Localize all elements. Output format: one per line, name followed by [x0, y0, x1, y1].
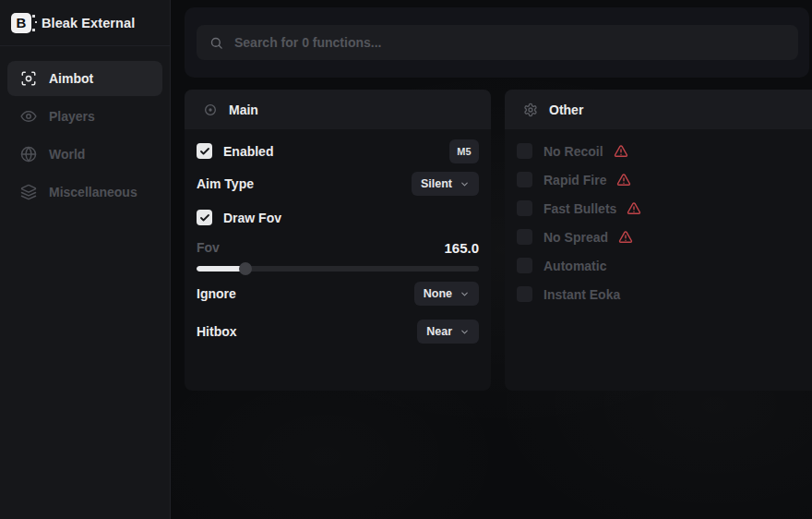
panel-title: Other [549, 103, 583, 117]
sidebar-item-players[interactable]: Players [7, 99, 162, 134]
check-icon [199, 146, 210, 157]
warning-icon [616, 173, 631, 187]
other-item-no-spread: No Spread [517, 223, 800, 251]
chevron-down-icon [460, 289, 470, 299]
fov-slider-row [197, 261, 479, 276]
draw-fov-checkbox[interactable] [197, 210, 212, 225]
sidebar: B Bleak External Aimbot Players World Mi… [0, 0, 171, 519]
other-item-rapid-fire: Rapid Fire [517, 165, 800, 194]
fov-value: 165.0 [444, 240, 479, 256]
fov-slider-handle[interactable] [239, 262, 252, 275]
automatic-checkbox[interactable] [517, 258, 532, 273]
ignore-label: Ignore [197, 286, 236, 301]
sidebar-item-label: World [49, 147, 85, 162]
sidebar-item-miscellaneous[interactable]: Miscellaneous [7, 175, 162, 210]
aim-type-label: Aim Type [197, 176, 254, 191]
enabled-keybind-button[interactable]: M5 [449, 139, 479, 163]
app-window: B Bleak External Aimbot Players World Mi… [0, 0, 812, 519]
rapid-fire-checkbox[interactable] [517, 172, 532, 187]
target-icon [203, 103, 218, 117]
other-item-instant-eoka: Instant Eoka [517, 280, 800, 308]
fast-bullets-label: Fast Bullets [543, 201, 616, 216]
sidebar-item-world[interactable]: World [7, 137, 162, 172]
eye-icon [20, 108, 37, 125]
no-recoil-checkbox[interactable] [517, 143, 532, 159]
panel-main-header: Main [185, 90, 491, 129]
search-icon [209, 36, 223, 50]
app-logo-icon: B [11, 13, 31, 33]
aim-type-dropdown[interactable]: Silent [412, 172, 479, 196]
fov-label: Fov [197, 240, 220, 255]
warning-icon [618, 230, 633, 245]
enabled-label: Enabled [223, 144, 273, 159]
fov-slider[interactable] [197, 261, 479, 276]
rapid-fire-label: Rapid Fire [543, 173, 606, 187]
warning-icon [614, 144, 628, 159]
other-item-automatic: Automatic [517, 251, 800, 280]
enabled-checkbox[interactable] [197, 143, 212, 159]
panel-other: Other No Recoil Rapid Fire Fast Bullets [505, 90, 812, 391]
hitbox-dropdown[interactable]: Near [417, 320, 479, 344]
sidebar-header: B Bleak External [0, 0, 170, 46]
logo-letter: B [17, 16, 27, 30]
other-item-no-recoil: No Recoil [517, 137, 800, 165]
sidebar-item-aimbot[interactable]: Aimbot [7, 61, 162, 96]
hitbox-value: Near [426, 325, 452, 338]
aim-type-value: Silent [421, 177, 452, 190]
sidebar-item-label: Players [49, 109, 95, 124]
panel-title: Main [229, 103, 258, 117]
search-card [185, 7, 809, 78]
content: Main Enabled M5 Aim Type Silent [171, 0, 812, 519]
fov-row: Fov 165.0 [197, 237, 479, 258]
no-spread-label: No Spread [543, 230, 608, 245]
no-spread-checkbox[interactable] [517, 229, 532, 245]
sidebar-nav: Aimbot Players World Miscellaneous [0, 46, 170, 210]
ignore-dropdown[interactable]: None [414, 282, 479, 306]
sidebar-item-label: Miscellaneous [49, 185, 137, 199]
chevron-down-icon [460, 327, 470, 337]
draw-fov-label: Draw Fov [223, 211, 281, 225]
panel-other-header: Other [505, 90, 812, 129]
no-recoil-label: No Recoil [543, 144, 603, 159]
aim-type-row: Aim Type Silent [197, 172, 479, 196]
ignore-row: Ignore None [197, 282, 479, 306]
globe-icon [20, 146, 37, 163]
ignore-value: None [424, 287, 452, 300]
other-items: No Recoil Rapid Fire Fast Bullets No Spr… [517, 137, 800, 308]
hitbox-label: Hitbox [197, 324, 237, 339]
enabled-row: Enabled M5 [197, 139, 479, 163]
automatic-label: Automatic [543, 259, 606, 273]
other-item-fast-bullets: Fast Bullets [517, 194, 800, 223]
panel-main: Main Enabled M5 Aim Type Silent [185, 90, 491, 391]
gear-icon [523, 103, 538, 117]
warning-icon [627, 201, 641, 216]
app-title: Bleak External [42, 16, 135, 30]
hitbox-row: Hitbox Near [197, 320, 479, 344]
focus-icon [20, 70, 37, 87]
chevron-down-icon [460, 179, 470, 189]
fast-bullets-checkbox[interactable] [517, 200, 532, 216]
layers-icon [20, 184, 37, 200]
instant-eoka-checkbox[interactable] [517, 286, 532, 302]
check-icon [199, 212, 210, 223]
sidebar-item-label: Aimbot [49, 71, 93, 86]
instant-eoka-label: Instant Eoka [543, 287, 620, 302]
draw-fov-row: Draw Fov [197, 205, 479, 230]
search-box[interactable] [197, 25, 798, 60]
search-input[interactable] [234, 35, 785, 50]
